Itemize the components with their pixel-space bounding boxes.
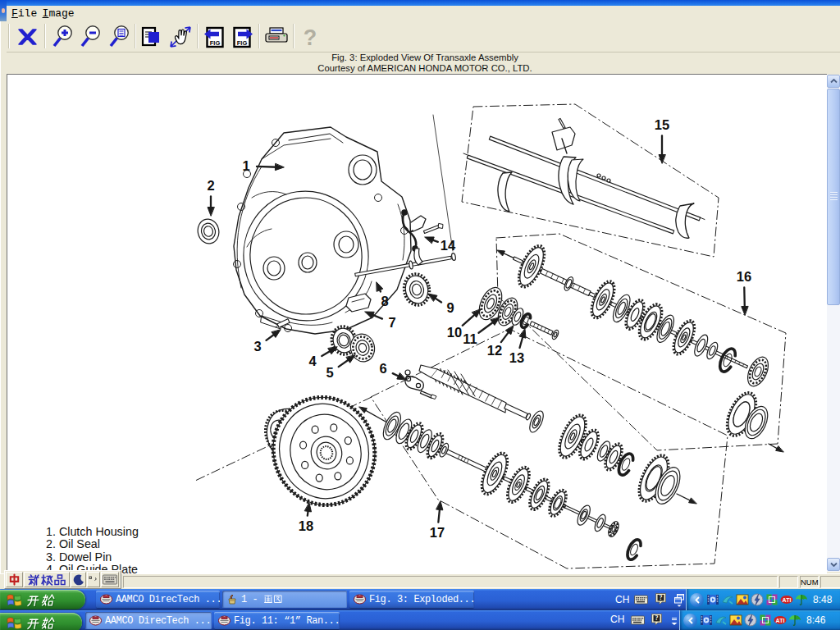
zoom-out-button[interactable] <box>78 22 104 52</box>
help-icon: ? <box>298 25 323 50</box>
fig-prev-button[interactable]: FIG <box>201 22 227 52</box>
rect-element <box>641 618 642 619</box>
taskbar-outer: AAMCO DirecTech ... Fig. 11: “1” Ran...C… <box>0 610 840 630</box>
vertical-scrollbar[interactable] <box>827 75 840 572</box>
tray-collapse-button[interactable] <box>683 614 697 628</box>
tray-ati-icon[interactable]: ATI <box>780 593 793 606</box>
rect-element <box>646 597 646 598</box>
tray-media-icon[interactable] <box>700 614 713 627</box>
ime-name-button[interactable] <box>24 572 70 587</box>
g-element <box>42 575 52 585</box>
taskbar-button[interactable]: Fig. 3: Exploded... <box>349 591 474 608</box>
diagram-stroke <box>439 224 444 229</box>
tray-language-indicator[interactable]: CH <box>610 614 624 625</box>
tray-bolt-icon[interactable] <box>744 614 757 627</box>
toolbar-separator <box>44 24 46 48</box>
tray-updown-icon[interactable] <box>670 614 678 628</box>
tray-keyboard-icon[interactable] <box>631 615 645 625</box>
cjk-新 <box>27 573 40 587</box>
statusbar: NUM <box>0 573 840 589</box>
scrollbar-thumb[interactable] <box>827 89 840 305</box>
tray-language-indicator[interactable]: CH <box>615 594 629 605</box>
figure-caption: Fig. 3: Exploded View Of Transaxle Assem… <box>15 52 835 74</box>
pan-hand-button[interactable] <box>167 22 194 52</box>
actual-size-button[interactable] <box>138 22 164 52</box>
tray-media-icon[interactable] <box>706 593 719 606</box>
ime-moon-button[interactable] <box>71 572 86 587</box>
rect-element <box>637 618 638 619</box>
diagram-stroke <box>676 203 694 238</box>
tray-help-icon[interactable]: ? <box>655 593 666 605</box>
scroll-up-button[interactable] <box>827 75 840 88</box>
rect-element <box>89 577 91 578</box>
taskbar-button[interactable]: 1 - <box>222 591 347 608</box>
tray-collapse-button[interactable] <box>690 593 704 607</box>
tray-swoosh-icon[interactable] <box>714 614 728 627</box>
part-label-13: 13 <box>509 350 524 365</box>
path-element <box>796 595 801 600</box>
zoom-in-button[interactable] <box>50 22 76 52</box>
tray-bolt-icon[interactable] <box>751 593 764 606</box>
start-button[interactable] <box>0 613 82 630</box>
window-corner-icon <box>0 0 7 21</box>
rect-element <box>108 577 110 578</box>
ime-chinese-mode-button[interactable] <box>6 572 23 587</box>
rect-element <box>104 577 106 578</box>
ime-language-bar[interactable] <box>4 570 121 589</box>
g-element <box>42 595 55 605</box>
path-element <box>795 615 801 620</box>
tray-picture-icon[interactable] <box>736 593 749 606</box>
tray-swoosh-icon[interactable] <box>721 593 734 606</box>
tray-restore-icon[interactable] <box>673 593 685 607</box>
start-button[interactable] <box>0 590 85 609</box>
paint-icon <box>226 594 238 605</box>
rect-element <box>641 597 643 598</box>
path-element <box>15 623 21 629</box>
path-element <box>34 619 36 628</box>
tray-keyboard-icon[interactable] <box>634 595 648 605</box>
tray-help-icon[interactable]: ? <box>651 614 662 626</box>
cjk-开 <box>26 593 40 607</box>
tray-grid-icon[interactable] <box>765 593 778 606</box>
menu-image[interactable]: Image <box>43 7 75 20</box>
zoom-in-icon <box>51 25 76 50</box>
circle-element <box>701 616 703 618</box>
path-element <box>30 579 34 584</box>
tray-umbrella-icon[interactable] <box>788 614 801 627</box>
fig-next-button[interactable]: FIG <box>228 22 254 52</box>
ime-punct-button[interactable] <box>87 572 100 587</box>
circle-element <box>737 617 740 620</box>
text-element: ? <box>655 614 659 622</box>
fig-prev-icon: FIG <box>202 25 227 50</box>
tray-ati-icon[interactable]: ATI <box>774 614 787 627</box>
tray-clock[interactable]: 8:48 <box>813 594 832 605</box>
tray-clock[interactable]: 8:46 <box>806 614 825 626</box>
tray-grid-icon[interactable] <box>759 614 772 627</box>
print-button[interactable] <box>262 22 289 52</box>
help-button[interactable]: ? <box>297 22 323 52</box>
circle-element <box>710 621 712 623</box>
taskbar-button[interactable]: Fig. 11: “1” Ran... <box>214 612 340 629</box>
path-element <box>696 597 699 603</box>
span-element: ? <box>653 593 669 609</box>
scroll-down-button[interactable] <box>827 558 840 571</box>
taskbar-button[interactable]: AAMCO DirecTech ... <box>85 612 212 629</box>
diagram-stroke <box>504 404 528 418</box>
status-cell-main <box>123 576 778 588</box>
menu-file[interactable]: File <box>11 7 37 20</box>
diagram-stroke <box>411 216 426 231</box>
rect-element <box>112 577 114 578</box>
path-element <box>14 595 21 600</box>
close-button[interactable] <box>14 22 40 52</box>
zoom-page-button[interactable] <box>107 22 133 52</box>
image-viewport[interactable]: 1234567891011121314151617181. Clutch Hou… <box>7 74 827 573</box>
diagram-stroke <box>689 498 696 504</box>
taskbar-button[interactable]: AAMCO DirecTech ... <box>96 591 220 608</box>
tray-umbrella-icon[interactable] <box>795 593 808 606</box>
diagram-stroke <box>607 179 610 182</box>
app-icon <box>100 594 112 605</box>
diagram-stroke <box>257 167 277 167</box>
path-element <box>7 600 14 605</box>
tray-picture-icon[interactable] <box>729 614 742 627</box>
ime-keyboard-button[interactable] <box>101 572 119 587</box>
